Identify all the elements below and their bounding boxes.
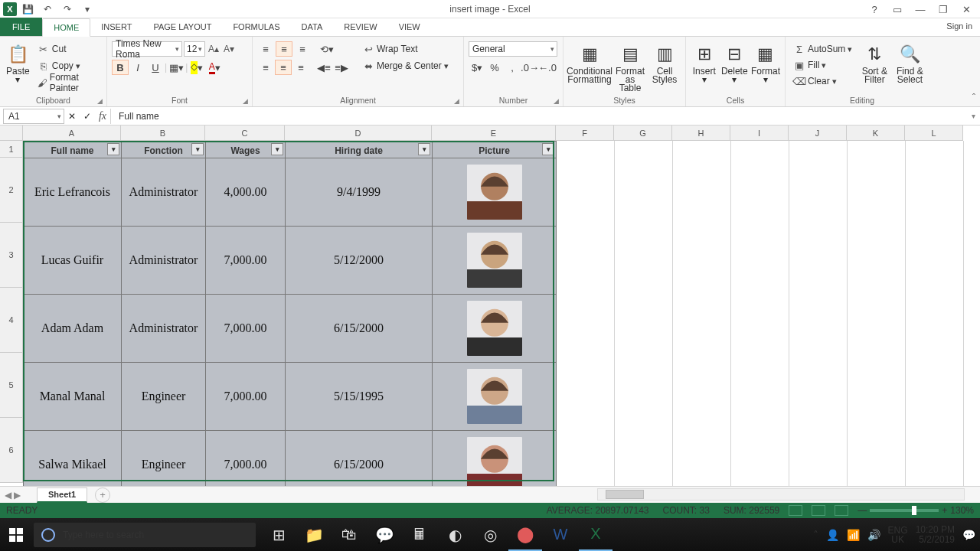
filter-button[interactable]: ▾ [542,143,554,155]
orientation-button[interactable]: ⟲▾ [318,41,335,57]
clipboard-dialog-launcher[interactable]: ◢ [95,96,104,106]
col-header-E[interactable]: E [432,126,556,141]
row-header-4[interactable]: 4 [0,288,23,353]
row-header-2[interactable]: 2 [0,158,23,223]
tab-file[interactable]: FILE [0,18,42,36]
tab-review[interactable]: REVIEW [333,18,387,36]
picture-cell[interactable] [433,295,557,363]
col-header-K[interactable]: K [847,126,905,141]
page-layout-view-button[interactable] [812,505,825,516]
decrease-decimal-button[interactable]: ←.0 [539,60,556,75]
row-header-5[interactable]: 5 [0,353,23,418]
tab-home[interactable]: HOME [42,18,90,37]
col-header-A[interactable]: A [23,126,121,141]
col-header-B[interactable]: B [121,126,205,141]
insert-function-icon[interactable]: fx [99,110,106,122]
delete-cells-button[interactable]: ⊟Delete▾ [720,41,747,84]
close-button[interactable]: ✕ [956,1,977,18]
table-header[interactable]: Picture▾ [433,142,557,158]
col-header-L[interactable]: L [905,126,963,141]
scrollbar-thumb[interactable] [606,490,644,499]
table-cell[interactable]: 4,000.00 [206,158,286,227]
tab-data[interactable]: DATA [291,18,334,36]
expand-formula-bar[interactable]: ▾ [966,112,980,120]
normal-view-button[interactable] [789,505,802,516]
picture-cell[interactable] [433,227,557,295]
font-size-select[interactable]: 12 [184,41,205,57]
volume-icon[interactable]: 🔊 [867,529,880,541]
table-header[interactable]: Hiring date▾ [286,142,433,158]
page-break-view-button[interactable] [835,505,848,516]
font-name-select[interactable]: Times New Roma [112,41,182,57]
tray-chevron-icon[interactable]: ˄ [813,529,818,541]
filter-button[interactable]: ▾ [107,143,119,155]
task-view-icon[interactable]: ⊞ [262,518,296,551]
number-dialog-launcher[interactable]: ◢ [551,96,560,106]
qat-customize[interactable]: ▾ [78,1,96,18]
row-header-1[interactable]: 1 [0,141,23,158]
number-format-select[interactable]: General [469,41,557,57]
collapse-ribbon-button[interactable]: ˆ [972,93,975,103]
borders-button[interactable]: ▦▾ [168,60,185,75]
restore-button[interactable]: ❐ [933,1,954,18]
tab-view[interactable]: VIEW [388,18,431,36]
clear-button[interactable]: ⌫Clear ▾ [790,73,855,89]
table-header[interactable]: Wages▾ [206,142,286,158]
sheet-tab-active[interactable]: Sheet1 [37,487,87,503]
wifi-icon[interactable]: 📶 [847,529,860,541]
cut-button[interactable]: ✂Cut [34,41,102,57]
word-icon[interactable]: W [544,518,577,551]
calculator-icon[interactable]: 🖩 [403,518,436,551]
sign-in-link[interactable]: Sign in [946,21,972,31]
align-right-button[interactable]: ≡ [292,60,309,75]
taskbar-search[interactable]: Type here to search [34,523,256,547]
excel-taskbar-icon[interactable]: X [579,518,612,551]
table-cell[interactable]: 5/12/2000 [286,227,433,295]
row-header-6[interactable]: 6 [0,418,23,483]
enter-formula-icon[interactable]: ✓ [83,111,91,122]
table-cell[interactable]: 6/15/2000 [286,295,433,363]
picture-cell[interactable] [433,158,557,227]
table-cell[interactable]: Adam Adam [24,295,122,363]
align-left-button[interactable]: ≡ [257,60,274,75]
file-explorer-icon[interactable]: 📁 [297,518,331,551]
insert-cells-button[interactable]: ⊞Insert▾ [691,41,717,84]
minimize-button[interactable]: — [910,1,931,18]
cancel-formula-icon[interactable]: ✕ [68,111,76,122]
horizontal-scrollbar[interactable] [597,488,965,500]
redo-button[interactable]: ↷ [58,1,77,18]
tab-insert[interactable]: INSERT [90,18,142,36]
name-box[interactable]: A1 [3,109,64,124]
bold-button[interactable]: B [112,60,129,75]
decrease-font-icon[interactable]: A▾ [222,44,236,54]
table-cell[interactable]: 5/15/1995 [286,363,433,431]
percent-button[interactable]: % [486,60,503,75]
format-cells-button[interactable]: ▦Format▾ [751,41,780,84]
table-cell[interactable]: 9/4/1999 [286,158,433,227]
tab-page-layout[interactable]: PAGE LAYOUT [142,18,222,36]
table-cell[interactable]: Engineer [122,431,206,487]
data-table[interactable]: Full name▾Fonction▾Wages▾Hiring date▾Pic… [23,141,557,486]
col-header-I[interactable]: I [730,126,789,141]
find-select-button[interactable]: 🔍Find &Select [893,41,926,84]
align-center-button[interactable]: ≡ [275,60,292,75]
fill-button[interactable]: ▣Fill ▾ [790,57,855,73]
table-cell[interactable]: 7,000.00 [206,295,286,363]
app-icon-1[interactable]: ◐ [438,518,472,551]
table-cell[interactable]: Eric Lefrancois [24,158,122,227]
col-header-D[interactable]: D [285,126,432,141]
table-cell[interactable]: 7,000.00 [206,227,286,295]
col-header-G[interactable]: G [614,126,672,141]
start-button[interactable] [0,518,32,551]
comma-button[interactable]: , [504,60,521,75]
filter-button[interactable]: ▾ [271,143,283,155]
cells-area[interactable]: Full name▾Fonction▾Wages▾Hiring date▾Pic… [23,141,980,486]
table-header[interactable]: Full name▾ [24,142,122,158]
sort-filter-button[interactable]: ⇅Sort &Filter [858,41,890,84]
filter-button[interactable]: ▾ [418,143,430,155]
recorder-icon[interactable]: ⬤ [508,518,542,551]
table-cell[interactable]: 7,000.00 [206,363,286,431]
decrease-indent-button[interactable]: ◀≡ [315,60,332,75]
spreadsheet-grid[interactable]: ABCDEFGHIJKL 123456 Full name▾Fonction▾W… [0,126,980,486]
language-indicator[interactable]: ENGUK [888,526,908,544]
